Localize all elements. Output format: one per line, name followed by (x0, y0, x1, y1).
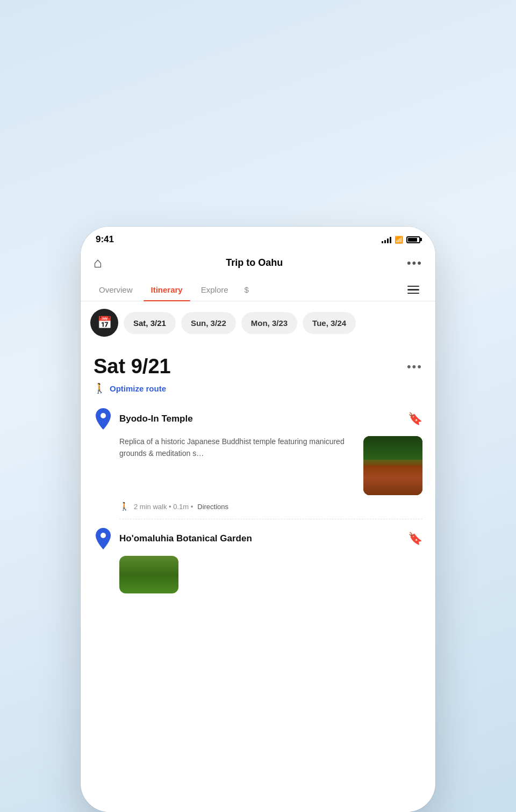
signal-bars-icon (382, 236, 391, 243)
signal-bar-4 (390, 237, 391, 243)
place-pin-1: 1 (94, 407, 113, 431)
directions-link[interactable]: Directions (197, 503, 228, 511)
bookmark-2-button[interactable]: 🔖 (408, 532, 422, 546)
battery-fill (408, 238, 417, 242)
signal-bar-2 (384, 240, 386, 243)
bookmark-1-button[interactable]: 🔖 (408, 412, 422, 426)
day-title: Sat 9/21 (94, 355, 171, 378)
place-2-name: Ho'omaluhia Botanical Garden (119, 533, 252, 544)
place-2-header: 2 Ho'omaluhia Botanical Garden 🔖 (94, 527, 422, 550)
signal-bar-1 (382, 241, 383, 243)
route-icon: 🚶 (94, 382, 105, 394)
main-content: Sat 9/21 ••• 🚶 Optimize route 1 (81, 344, 435, 812)
calendar-edit-icon: 📅 (97, 316, 112, 330)
date-chip-sat[interactable]: Sat, 3/21 (124, 312, 176, 334)
hamburger-menu-button[interactable] (402, 280, 425, 300)
tab-explore[interactable]: Explore (194, 279, 236, 301)
battery-icon (406, 236, 420, 243)
header-more-button[interactable]: ••• (407, 256, 422, 270)
tab-itinerary[interactable]: Itinerary (144, 279, 190, 301)
place-1-header: 1 Byodo-In Temple 🔖 (94, 407, 422, 431)
status-time: 9:41 (96, 234, 114, 245)
home-icon[interactable]: ⌂ (94, 255, 102, 271)
place-2-title-row: 2 Ho'omaluhia Botanical Garden (94, 527, 252, 550)
phone-frame: 9:41 📶 ⌂ Trip to Oahu ••• Overview Itine… (81, 227, 435, 812)
place-1-description: Replica of a historic Japanese Buddhist … (119, 436, 356, 495)
calendar-button[interactable]: 📅 (90, 309, 118, 337)
location-pin-icon-1: 1 (94, 407, 113, 431)
travel-text: 2 min walk • 0.1m • (134, 503, 193, 511)
byodo-temple-image (363, 436, 422, 495)
place-1-image[interactable] (363, 436, 422, 495)
date-chip-sun[interactable]: Sun, 3/22 (181, 312, 236, 334)
walk-icon: 🚶 (119, 502, 130, 511)
place-1-name: Byodo-In Temple (119, 414, 193, 424)
date-chip-tue[interactable]: Tue, 3/24 (303, 312, 356, 334)
place-1-body: Replica of a historic Japanese Buddhist … (119, 436, 422, 495)
place-1-title-row: 1 Byodo-In Temple (94, 407, 193, 431)
wifi-icon: 📶 (395, 236, 403, 244)
day-more-button[interactable]: ••• (407, 360, 422, 374)
place-2-body (119, 556, 422, 593)
hamburger-icon (407, 286, 419, 294)
svg-text:1: 1 (102, 412, 105, 418)
place-card-1: 1 Byodo-In Temple 🔖 Replica of a histori… (94, 407, 422, 519)
status-bar: 9:41 📶 (81, 227, 435, 249)
signal-bar-3 (387, 238, 389, 243)
location-pin-icon-2: 2 (94, 527, 113, 550)
svg-text:2: 2 (102, 532, 105, 538)
optimize-route-label: Optimize route (110, 384, 166, 393)
place-1-travel-info: 🚶 2 min walk • 0.1m • Directions (119, 502, 422, 519)
day-header: Sat 9/21 ••• (94, 355, 422, 378)
place-card-2: 2 Ho'omaluhia Botanical Garden 🔖 (94, 527, 422, 593)
nav-title: Trip to Oahu (226, 257, 283, 269)
date-scroll-bar: 📅 Sat, 3/21 Sun, 3/22 Mon, 3/23 Tue, 3/2… (81, 301, 435, 344)
tab-overview[interactable]: Overview (91, 279, 140, 301)
status-icons: 📶 (382, 236, 420, 244)
optimize-route-button[interactable]: 🚶 Optimize route (94, 382, 422, 394)
place-2-image[interactable] (119, 556, 178, 593)
date-chip-mon[interactable]: Mon, 3/23 (241, 312, 297, 334)
tab-budget[interactable]: $ (239, 279, 254, 301)
nav-header: ⌂ Trip to Oahu ••• (81, 249, 435, 279)
place-pin-2: 2 (94, 527, 113, 550)
tab-bar: Overview Itinerary Explore $ (81, 279, 435, 301)
